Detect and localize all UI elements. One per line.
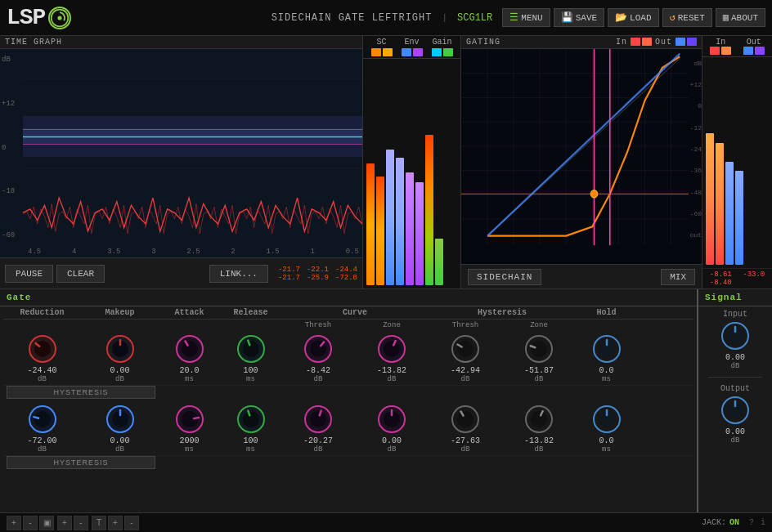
out-meter-1-fill <box>725 162 734 266</box>
menu-button[interactable]: ☰MENU <box>502 8 550 27</box>
toolbar-sub-1[interactable]: - <box>23 516 38 530</box>
gating-label: GATING In Out <box>461 36 702 49</box>
sc-leds <box>371 48 393 56</box>
row2-hyst-thresh: -27.63 dB <box>429 402 502 454</box>
toolbar-add-3[interactable]: + <box>108 516 123 530</box>
gate-panel: Gate Reduction Makeup Attack Release Cur… <box>0 289 698 512</box>
time-graph-panel: TIME GRAPH dB +12 0 -18 -60 <box>0 36 363 288</box>
toolbar-text[interactable]: T <box>92 516 106 530</box>
row1-makeup-knob[interactable] <box>105 333 136 364</box>
hyst-btn-row-1: HYSTERESIS <box>3 386 693 399</box>
meter-readings-gain: -24.4 -72.0 <box>335 266 357 282</box>
inout-readings: -8.61 -8.40 -33.0 <box>702 268 772 288</box>
mix-button[interactable]: MIX <box>661 269 695 285</box>
svg-point-43 <box>243 341 259 357</box>
meter-bars <box>363 59 460 288</box>
toolbar-sub-2[interactable]: - <box>74 516 88 530</box>
gate-title-bar: Gate <box>0 289 697 306</box>
row2-curve-thresh-knob[interactable] <box>303 404 334 435</box>
link-button[interactable]: LINK... <box>209 265 268 283</box>
out-meter-2 <box>735 77 743 265</box>
env-meter-1-fill <box>386 150 394 285</box>
signal-output-knob[interactable] <box>720 395 751 426</box>
plugin-name: SIDECHAIN GATE LEFTRIGHT <box>272 12 433 24</box>
gate-headers: Reduction Makeup Attack Release Curve Hy… <box>3 308 693 320</box>
row1-curve-zone-knob[interactable] <box>376 333 407 364</box>
env-header: Env <box>402 38 423 56</box>
about-button[interactable]: ▦ABOUT <box>716 8 765 27</box>
row2-hold: 0.0 ms <box>576 402 637 454</box>
save-button[interactable]: 💾SAVE <box>554 8 604 27</box>
gate-row-2: -72.00 dB 0.00 dB <box>3 400 693 456</box>
logo-text: LSP <box>7 5 45 30</box>
row1-hyst-zone-knob[interactable] <box>523 333 554 364</box>
toolbar-add-1[interactable]: + <box>7 516 21 530</box>
svg-rect-11 <box>461 49 702 264</box>
env-meter-2-fill <box>396 158 404 285</box>
gating-svg <box>461 49 702 264</box>
sc-meter-1-fill <box>366 163 375 286</box>
row1-release-knob[interactable] <box>236 333 267 364</box>
pause-button[interactable]: PAUSE <box>5 265 53 283</box>
row2-hold-knob[interactable] <box>591 404 622 435</box>
toolbar-copy[interactable]: ▣ <box>39 516 54 530</box>
in-meter-1 <box>706 77 714 265</box>
svg-point-55 <box>531 341 547 357</box>
row1-hyst-thresh: -42.94 dB <box>429 332 502 383</box>
row1-release: 100 ms <box>220 332 281 383</box>
out-leds <box>676 38 697 47</box>
signal-output: Output 0.00 dB <box>720 384 751 445</box>
load-button[interactable]: 📂LOAD <box>608 8 658 27</box>
bottom-row: Gate Reduction Makeup Attack Release Cur… <box>0 289 772 512</box>
clear-button[interactable]: CLEAR <box>56 265 105 283</box>
signal-title-bar: Signal <box>698 289 772 306</box>
sidechain-button[interactable]: SIDECHAIN <box>468 269 541 285</box>
svg-point-52 <box>457 341 474 357</box>
svg-point-1 <box>58 16 62 20</box>
bottom-toolbar: + - ▣ + - T + - JACK: ON ? i <box>0 512 772 532</box>
toolbar-sub-3[interactable]: - <box>124 516 139 530</box>
gain-leds <box>432 48 453 56</box>
row2-attack-knob[interactable] <box>174 404 205 435</box>
row2-makeup: 0.00 dB <box>81 402 159 454</box>
row2-curve-thresh: -20.27 dB <box>281 402 355 454</box>
row2-curve-zone-knob[interactable] <box>376 404 407 435</box>
header-buttons: ☰MENU 💾SAVE 📂LOAD ↺RESET ▦ABOUT <box>502 8 765 27</box>
signal-input-knob[interactable] <box>720 320 751 351</box>
out-meter-2-fill <box>735 171 743 265</box>
row1-hyst-btn-area: HYSTERESIS <box>3 386 159 399</box>
row2-hysteresis-button[interactable]: HYSTERESIS <box>7 456 155 469</box>
row1-hold-knob[interactable] <box>591 333 622 364</box>
in-led-4 <box>721 47 731 55</box>
inout-meters <box>702 57 772 268</box>
row1-reduction-knob[interactable] <box>27 333 58 364</box>
row1-curve-zone: -13.82 dB <box>355 332 429 383</box>
row1-hyst-thresh-knob[interactable] <box>450 333 481 364</box>
row2-reduction-knob[interactable] <box>27 404 58 435</box>
svg-point-70 <box>243 411 259 427</box>
row1-attack-knob[interactable] <box>174 333 205 364</box>
gating-panel: GATING In Out in <box>461 36 702 288</box>
env-meter-3 <box>406 97 414 285</box>
row2-hyst-thresh-knob[interactable] <box>450 404 481 435</box>
transport-bar: PAUSE CLEAR LINK... -21.7 -21.7 -22.1 -2… <box>0 257 362 288</box>
row1-attack: 20.0 ms <box>159 332 220 383</box>
reset-button[interactable]: ↺RESET <box>662 8 712 27</box>
sc-meter-1 <box>366 97 375 285</box>
row1-curve-thresh-knob[interactable] <box>303 333 334 364</box>
gain-header: Gain <box>432 38 453 56</box>
row2-makeup-knob[interactable] <box>105 404 136 435</box>
toolbar-add-2[interactable]: + <box>57 516 72 530</box>
in-out-labels: In Out <box>616 38 697 47</box>
logo-icon <box>48 7 71 29</box>
signal-content: Input 0.00 dB Output <box>698 306 772 512</box>
app-container: LSP SIDECHAIN GATE LEFTRIGHT | SCG1LR ☰M… <box>0 0 772 532</box>
row1-hysteresis-button[interactable]: HYSTERESIS <box>7 386 155 399</box>
gate-content: Reduction Makeup Attack Release Curve Hy… <box>0 306 697 512</box>
mid-row: TIME GRAPH dB +12 0 -18 -60 <box>0 36 772 289</box>
row2-release: 100 ms <box>220 402 281 454</box>
row2-hyst-btn-area: HYSTERESIS <box>3 456 159 469</box>
in-meter-2 <box>716 77 724 265</box>
row2-hyst-zone-knob[interactable] <box>523 404 554 435</box>
row2-release-knob[interactable] <box>236 404 267 435</box>
